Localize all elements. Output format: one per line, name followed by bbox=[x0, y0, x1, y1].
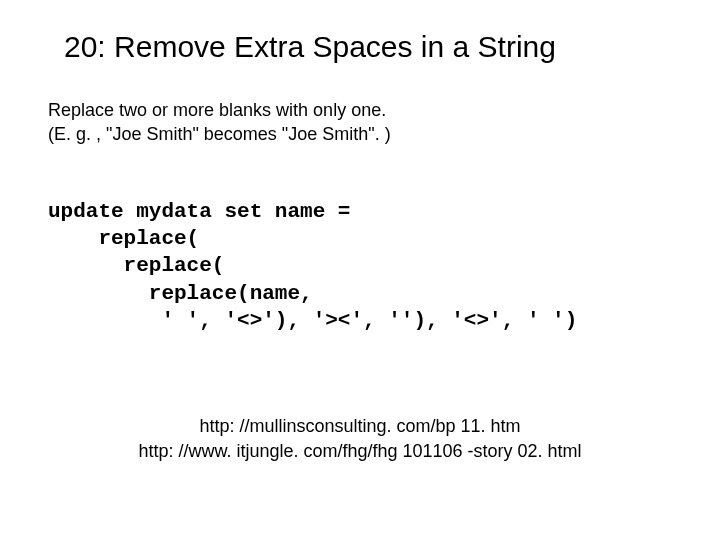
desc-line-1: Replace two or more blanks with only one… bbox=[48, 98, 672, 122]
ref-url-1: http: //mullinsconsulting. com/bp 11. ht… bbox=[48, 414, 672, 438]
code-block: update mydata set name = replace( replac… bbox=[48, 171, 672, 335]
code-line-1: update mydata set name = bbox=[48, 200, 350, 223]
desc-line-2: (E. g. , "Joe Smith" becomes "Joe Smith"… bbox=[48, 122, 672, 146]
slide-title: 20: Remove Extra Spaces in a String bbox=[64, 30, 672, 64]
code-line-4: replace(name, bbox=[48, 282, 313, 305]
ref-url-2: http: //www. itjungle. com/fhg/fhg 10110… bbox=[48, 439, 672, 463]
code-line-3: replace( bbox=[48, 254, 224, 277]
code-line-2: replace( bbox=[48, 227, 199, 250]
references: http: //mullinsconsulting. com/bp 11. ht… bbox=[48, 414, 672, 463]
description-block: Replace two or more blanks with only one… bbox=[48, 98, 672, 147]
code-line-5: ' ', '<>'), '><', ''), '<>', ' ') bbox=[48, 309, 577, 332]
